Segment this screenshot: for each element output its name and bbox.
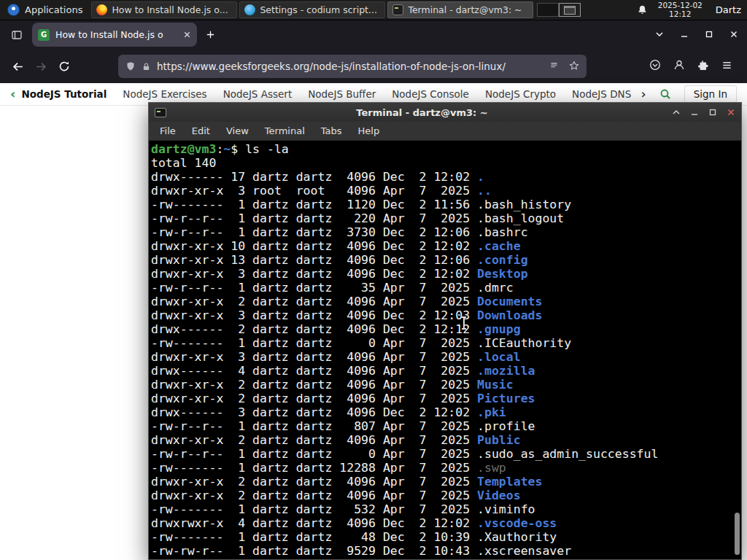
account-icon[interactable]: [673, 59, 685, 74]
terminal-title: Terminal - dartz@vm3: ~: [172, 107, 672, 118]
terminal-output-line: drwxr-xr-x 3 dartz dartz 4096 Apr 7 2025…: [151, 350, 741, 364]
terminal-output-line: drwxr-xr-x 2 dartz dartz 4096 Apr 7 2025…: [151, 475, 741, 489]
toolbar-right: [649, 59, 732, 74]
site-nav-item[interactable]: NodeJS Assert: [223, 88, 293, 100]
tab-bar: G How to Install Node.js o: [0, 20, 747, 50]
codium-icon: [244, 4, 255, 15]
user-menu[interactable]: Dartz: [716, 4, 741, 15]
close-button[interactable]: [727, 106, 735, 120]
desktop: Applications How to Install Node.js o...…: [0, 0, 747, 560]
taskbar-button[interactable]: Terminal - dartz@vm3: ~: [387, 1, 533, 18]
applications-icon: [7, 4, 20, 16]
workspace-switcher[interactable]: [537, 3, 581, 17]
terminal-menu-help[interactable]: Help: [350, 125, 388, 136]
list-tabs-chevron-icon[interactable]: [655, 28, 664, 42]
terminal-output[interactable]: dartz@vm3:~$ ls -latotal 140drwx------ 1…: [149, 141, 741, 559]
tracking-shield-icon[interactable]: [125, 61, 136, 71]
terminal-scrollbar-thumb[interactable]: [735, 513, 740, 555]
terminal-menu-file[interactable]: File: [152, 125, 184, 136]
terminal-output-line: -rw-r--r-- 1 dartz dartz 35 Apr 7 2025 .…: [151, 281, 741, 295]
terminal-output-line: -rw------- 1 dartz dartz 0 Apr 7 2025 .I…: [151, 336, 741, 350]
back-button[interactable]: [6, 55, 29, 78]
terminal-output-line: drwxr-xr-x 13 dartz dartz 4096 Dec 2 12:…: [151, 253, 741, 267]
terminal-menu-tabs[interactable]: Tabs: [313, 125, 350, 136]
site-nav-item[interactable]: NodeJS Crypto: [485, 88, 556, 100]
extensions-icon[interactable]: [697, 59, 709, 74]
sign-in-button[interactable]: Sign In: [684, 85, 737, 103]
firefox-view-button[interactable]: [6, 24, 28, 46]
site-nav-items: NodeJS ExercisesNodeJS AssertNodeJS Buff…: [123, 88, 633, 100]
lock-icon[interactable]: [142, 62, 151, 71]
terminal-output-line: -rw-r--r-- 1 dartz dartz 3730 Dec 2 12:0…: [151, 225, 741, 239]
taskbar-button-label: Settings - codium script...: [260, 4, 376, 15]
geeksforgeeks-favicon: G: [38, 29, 50, 41]
pocket-icon[interactable]: [649, 59, 661, 74]
reload-button[interactable]: [53, 55, 76, 78]
taskbar: How to Install Node.js o...Settings - co…: [91, 0, 533, 20]
tab-close-icon[interactable]: [183, 31, 191, 39]
terminal-titlebar[interactable]: Terminal - dartz@vm3: ~: [149, 103, 741, 122]
site-nav-item[interactable]: NodeJS DNS: [572, 88, 631, 100]
url-bar[interactable]: https://www.geeksforgeeks.org/node-js/in…: [118, 55, 587, 78]
workspace-1[interactable]: [537, 3, 559, 17]
terminal-output-line: -rw-r--r-- 1 dartz dartz 807 Apr 7 2025 …: [151, 419, 741, 433]
shade-button[interactable]: [672, 106, 681, 120]
search-icon[interactable]: [659, 88, 671, 100]
terminal-output-line: -rw------- 1 dartz dartz 532 Apr 7 2025 …: [151, 502, 741, 516]
site-nav-item[interactable]: NodeJS Exercises: [123, 88, 206, 100]
browser-tab[interactable]: G How to Install Node.js o: [32, 23, 197, 47]
terminal-output-line: drwxr-xr-x 3 dartz dartz 4096 Dec 2 12:0…: [151, 308, 741, 322]
notifications-bell-icon[interactable]: [636, 4, 649, 15]
navigation-toolbar: https://www.geeksforgeeks.org/node-js/in…: [0, 50, 747, 84]
terminal-menu-terminal[interactable]: Terminal: [257, 125, 313, 136]
mini-window-icon: [564, 6, 576, 15]
terminal-output-line: drwx------ 3 dartz dartz 4096 Dec 2 12:0…: [151, 405, 741, 419]
site-nav-item[interactable]: NodeJS Buffer: [308, 88, 376, 100]
clock-date: 2025-12-02: [658, 1, 703, 10]
terminal-app-icon: [155, 108, 166, 117]
url-text[interactable]: https://www.geeksforgeeks.org/node-js/in…: [157, 61, 543, 72]
terminal-window-controls: [672, 106, 735, 120]
close-button[interactable]: [729, 28, 738, 42]
taskbar-button-label: How to Install Node.js o...: [112, 4, 228, 15]
forward-button[interactable]: [29, 55, 53, 78]
reader-mode-icon[interactable]: [549, 60, 559, 74]
terminal-menu-view[interactable]: View: [218, 125, 257, 136]
terminal-output-line: drwx------ 2 dartz dartz 4096 Dec 2 12:1…: [151, 322, 741, 336]
firefox-icon: [96, 4, 107, 15]
minimize-button[interactable]: [690, 106, 699, 120]
taskbar-button[interactable]: Settings - codium script...: [239, 1, 385, 18]
nav-scroll-right-chevron[interactable]: ›: [641, 88, 646, 101]
taskbar-button[interactable]: How to Install Node.js o...: [91, 1, 237, 18]
terminal-output-line: -rw-r--r-- 1 dartz dartz 220 Apr 7 2025 …: [151, 211, 741, 225]
terminal-output-line: drwxr-xr-x 10 dartz dartz 4096 Dec 2 12:…: [151, 239, 741, 253]
terminal-prompt-line: dartz@vm3:~$ ls -la: [151, 142, 741, 156]
terminal-menu-edit[interactable]: Edit: [184, 125, 218, 136]
site-nav-item-tutorial[interactable]: NodeJS Tutorial: [21, 88, 107, 100]
window-controls: [655, 28, 738, 42]
terminal-output-line: drwxr-xr-x 2 dartz dartz 4096 Apr 7 2025…: [151, 378, 741, 392]
new-tab-button[interactable]: [206, 30, 215, 39]
terminal-output-line: drwx------ 4 dartz dartz 4096 Apr 7 2025…: [151, 364, 741, 378]
mouse-cursor: [463, 317, 465, 329]
restore-button[interactable]: [705, 28, 713, 42]
terminal-output-line: total 140: [151, 156, 741, 170]
nav-scroll-left-chevron[interactable]: ‹: [10, 88, 15, 101]
site-nav-right: › Sign In: [641, 85, 737, 103]
terminal-output-line: drwxr-xr-x 2 dartz dartz 4096 Apr 7 2025…: [151, 392, 741, 405]
tab-title: How to Install Node.js o: [55, 29, 177, 40]
top-panel: Applications How to Install Node.js o...…: [0, 0, 747, 20]
clock-time: 12:12: [658, 10, 703, 19]
workspace-2[interactable]: [559, 3, 581, 17]
site-nav-item[interactable]: NodeJS Console: [392, 88, 469, 100]
bookmark-star-icon[interactable]: [569, 60, 579, 74]
applications-menu-button[interactable]: Applications: [0, 0, 90, 20]
terminal-icon: [392, 4, 403, 15]
maximize-button[interactable]: [708, 106, 717, 120]
minimize-button[interactable]: [680, 28, 689, 42]
terminal-output-line: -rw------- 1 dartz dartz 48 Dec 2 10:39 …: [151, 530, 741, 544]
menu-button[interactable]: [721, 60, 732, 74]
terminal-output-line: -rw------- 1 dartz dartz 12288 Apr 7 202…: [151, 461, 741, 475]
terminal-output-line: -rw-r--r-- 1 dartz dartz 0 Apr 7 2025 .s…: [151, 447, 741, 461]
clock[interactable]: 2025-12-02 12:12: [658, 1, 703, 18]
